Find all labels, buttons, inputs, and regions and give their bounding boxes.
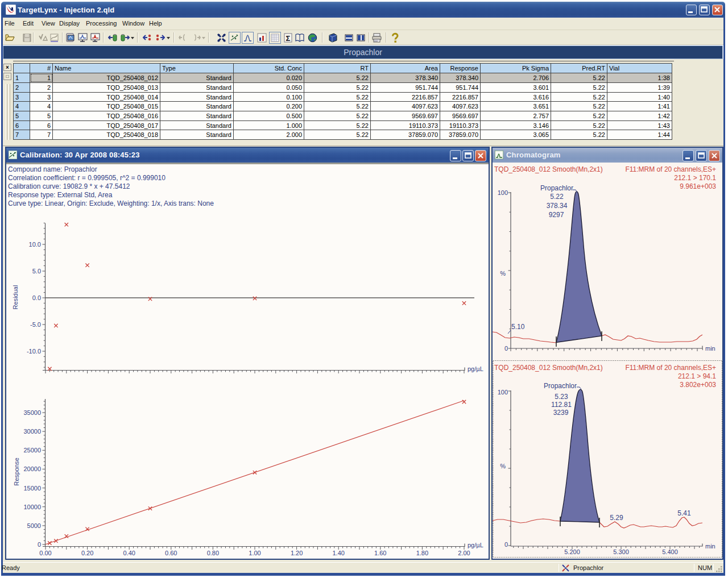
svg-text:5.22: 5.22 bbox=[550, 193, 564, 201]
svg-text:Residual: Residual bbox=[12, 285, 19, 310]
svg-text:pg/µL: pg/µL bbox=[468, 365, 483, 372]
svg-text:10000: 10000 bbox=[23, 504, 41, 510]
svg-text:TQD_250408_012 Smooth(Mn,2x1): TQD_250408_012 Smooth(Mn,2x1) bbox=[494, 165, 603, 173]
svg-text:5.200: 5.200 bbox=[564, 548, 580, 555]
svg-text:1.40: 1.40 bbox=[332, 550, 344, 556]
svg-text:0.00: 0.00 bbox=[39, 550, 51, 556]
svg-text:15000: 15000 bbox=[23, 485, 41, 492]
svg-text:3.802e+003: 3.802e+003 bbox=[680, 381, 716, 389]
svg-text:5000: 5000 bbox=[27, 522, 41, 529]
svg-text:1.00: 1.00 bbox=[249, 550, 260, 556]
svg-text:Propachlor: Propachlor bbox=[540, 184, 573, 192]
svg-text:0.20: 0.20 bbox=[81, 550, 93, 556]
svg-text:9.961e+003: 9.961e+003 bbox=[680, 182, 716, 190]
svg-text:212.1 > 94.1: 212.1 > 94.1 bbox=[678, 372, 716, 380]
svg-text:0: 0 bbox=[504, 541, 508, 548]
svg-text:9297: 9297 bbox=[549, 211, 564, 219]
svg-text:-5.0: -5.0 bbox=[30, 321, 41, 328]
svg-text:Σ: Σ bbox=[286, 34, 291, 43]
svg-text:100: 100 bbox=[498, 389, 508, 396]
svg-text:pg/µL: pg/µL bbox=[468, 542, 483, 548]
svg-text:25000: 25000 bbox=[23, 447, 41, 454]
svg-text:-10.0: -10.0 bbox=[27, 348, 41, 355]
svg-text:0.60: 0.60 bbox=[165, 550, 177, 556]
svg-text:3239: 3239 bbox=[553, 409, 569, 417]
svg-text:30000: 30000 bbox=[23, 428, 41, 435]
svg-text:min: min bbox=[705, 543, 715, 550]
svg-text:TQD_250408_012 Smooth(Mn,2x1): TQD_250408_012 Smooth(Mn,2x1) bbox=[494, 364, 603, 372]
svg-text:F11:MRM of 20 channels,ES+: F11:MRM of 20 channels,ES+ bbox=[625, 165, 716, 173]
svg-text:5.10: 5.10 bbox=[511, 323, 525, 331]
svg-text:5.0: 5.0 bbox=[32, 268, 41, 275]
svg-text:0.80: 0.80 bbox=[207, 550, 219, 556]
svg-text:%: % bbox=[500, 270, 506, 277]
svg-text:Response: Response bbox=[13, 458, 20, 486]
svg-text:0: 0 bbox=[504, 345, 508, 352]
svg-text:min: min bbox=[705, 345, 715, 352]
svg-text:0.40: 0.40 bbox=[123, 550, 135, 556]
svg-text:Propachlor: Propachlor bbox=[544, 382, 577, 390]
svg-text:10.0: 10.0 bbox=[29, 241, 41, 248]
svg-text:378.34: 378.34 bbox=[547, 202, 568, 210]
svg-text:5.41: 5.41 bbox=[677, 509, 691, 517]
svg-text:1.20: 1.20 bbox=[291, 550, 303, 556]
svg-text:5.23: 5.23 bbox=[555, 393, 568, 401]
svg-text:5.400: 5.400 bbox=[662, 548, 678, 555]
svg-text:5.300: 5.300 bbox=[613, 548, 629, 555]
svg-text:2.00: 2.00 bbox=[458, 550, 470, 556]
svg-text:212.1 > 170.1: 212.1 > 170.1 bbox=[674, 174, 716, 182]
svg-text:112.81: 112.81 bbox=[551, 401, 572, 409]
svg-text:1.80: 1.80 bbox=[416, 550, 428, 556]
svg-text:1.60: 1.60 bbox=[374, 550, 386, 556]
svg-text:0.0: 0.0 bbox=[32, 294, 41, 301]
svg-text:5.29: 5.29 bbox=[610, 514, 623, 522]
svg-text:0: 0 bbox=[38, 541, 41, 548]
svg-text:F11:MRM of 20 channels,ES+: F11:MRM of 20 channels,ES+ bbox=[625, 364, 716, 372]
svg-text:%: % bbox=[500, 463, 506, 469]
svg-text:35000: 35000 bbox=[23, 409, 41, 416]
svg-text:100: 100 bbox=[498, 189, 508, 196]
svg-text:20000: 20000 bbox=[23, 465, 41, 472]
